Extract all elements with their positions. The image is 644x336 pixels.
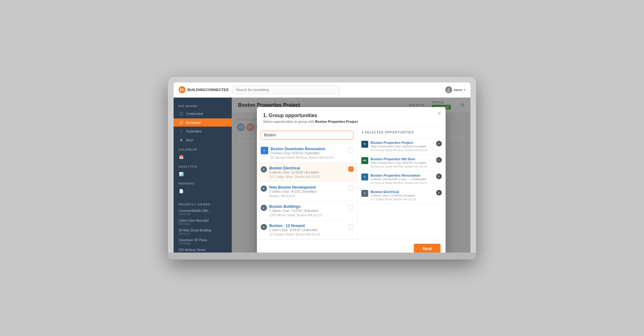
sidebar-item-undecided-label: Undecided	[186, 112, 203, 116]
undecided-icon: ☐	[179, 111, 184, 116]
selected-item-2: A Boston Properties Renovation Anaheim C…	[358, 171, 446, 187]
sidebar-item-undecided[interactable]: ☐ Undecided	[174, 110, 232, 118]
selected-remove-3[interactable]: ×	[436, 190, 442, 196]
selected-item-0: TI Boston Properties Project Titan Const…	[358, 138, 446, 155]
opp-checkbox-2[interactable]	[348, 186, 353, 191]
opp-number-1: 3	[261, 166, 267, 173]
calendar-label: CALENDAR	[174, 145, 232, 152]
opp-content-0: Boston Downtown Renovation Clooney | Due…	[271, 147, 346, 159]
opp-content-3: Boston Buildings 2 clients | Due: 7/12/1…	[269, 204, 346, 217]
selected-content-3: Boston Electrical 3 clients | Due: 11/10…	[371, 190, 434, 201]
recent-item-3[interactable]: Downtown SF Plaza Electrical	[174, 237, 232, 246]
selected-remove-2[interactable]: ×	[436, 174, 442, 179]
opp-item-2[interactable]: 5 New Boston Development 2 clients | Due…	[257, 182, 357, 201]
reports-label: REPORTS	[174, 179, 232, 186]
opp-checkbox-3[interactable]	[348, 205, 353, 210]
user-area[interactable]: Jason ▾	[445, 86, 465, 93]
top-nav: BC BUILDINGCONNECTED Jason ▾	[174, 83, 470, 98]
next-button[interactable]: Next	[414, 244, 440, 253]
selected-name-1: Boston Properties 9th floor	[371, 157, 434, 161]
modal-footer: Next	[257, 240, 446, 253]
opp-address-2: Boston, MA 02118	[269, 194, 346, 198]
modal: 1. Group opportunities Select opportunit…	[257, 107, 446, 253]
main-layout: BID BOARD ☐ Undecided ☑ Accepted ↑ Submi…	[174, 98, 470, 253]
modal-subtitle: Select opportunities to group with Bosto…	[263, 120, 439, 123]
opp-name-1: Boston Electrical	[269, 166, 346, 170]
analytics-icon: 📊	[179, 172, 184, 176]
recent-item-4[interactable]: 626 Ashbury Street Electrical	[174, 247, 232, 253]
selected-name-3: Boston Electrical	[371, 190, 434, 194]
modal-body: C Boston Downtown Renovation Clooney | D…	[257, 127, 446, 240]
accepted-icon: ☑	[179, 120, 184, 125]
opp-address-3: 1250 Missin Street, Boston MA 02115	[269, 214, 346, 217]
sidebar-item-accepted[interactable]: ☑ Accepted	[174, 118, 232, 127]
sidebar-item-won[interactable]: ★ Won	[174, 136, 232, 144]
analytics-label: ANALYTICS	[174, 162, 232, 169]
opp-content-4: Boston - 12 Howard 1 client | Due: 3/20/…	[269, 224, 346, 236]
user-avatar-icon	[445, 86, 452, 93]
sidebar-item-analytics[interactable]: 📊	[174, 170, 232, 178]
won-icon: ★	[179, 138, 184, 142]
left-panel: C Boston Downtown Renovation Clooney | D…	[257, 127, 358, 240]
sidebar-item-submitted[interactable]: ↑ Submitted	[174, 127, 232, 135]
opp-meta-4: 1 client | Due: 3/20/18 | Undecided	[269, 228, 346, 232]
recent-item-0[interactable]: CommonWealth 29th... Electrical	[174, 208, 232, 217]
bid-board-label: BID BOARD	[174, 101, 232, 109]
selected-list: TI Boston Properties Project Titan Const…	[358, 138, 446, 240]
selected-logo-3: 3	[361, 190, 368, 197]
svg-point-0	[448, 88, 449, 90]
recent-item-2[interactable]: 28 Main Street Building Electrical	[174, 227, 232, 236]
modal-close-button[interactable]: ×	[438, 110, 441, 117]
opp-number-3: 2	[261, 205, 267, 211]
recent-item-1[interactable]: Cabot Cave Remodel Electrical	[174, 218, 232, 227]
submitted-icon: ↑	[179, 129, 184, 134]
sidebar: BID BOARD ☐ Undecided ☑ Accepted ↑ Submi…	[174, 98, 232, 253]
opp-item-4[interactable]: 1 Boston - 12 Howard 1 client | Due: 3/2…	[257, 220, 357, 240]
selected-item-1: CM Boston Properties 9th floor Titan Con…	[358, 155, 446, 171]
opp-item-1[interactable]: 3 Boston Electrical 3 clients | Due: 11/…	[257, 163, 357, 182]
selected-logo-0: TI	[361, 141, 368, 148]
opp-meta-3: 2 clients | Due: 7/12/18 | Submitted	[269, 209, 346, 213]
modal-header: 1. Group opportunities Select opportunit…	[257, 107, 446, 127]
selected-logo-2: A	[361, 174, 368, 180]
recently-viewed-label: RECENTLY VIEWED:	[174, 200, 232, 207]
svg-point-1	[447, 90, 450, 92]
selected-meta-0: Titan Construction | Due: 9/20/19 | Acce…	[371, 145, 434, 148]
nav-right: Jason ▾	[445, 86, 465, 93]
selected-logo-1: CM	[361, 157, 368, 164]
selected-remove-1[interactable]: ×	[436, 157, 442, 163]
calendar-icon: 📅	[179, 155, 184, 159]
modal-subtitle-project: Boston Properties Project	[315, 120, 358, 123]
opp-item-0[interactable]: C Boston Downtown Renovation Clooney | D…	[257, 144, 357, 163]
opp-item-3[interactable]: 2 Boston Buildings 2 clients | Due: 7/12…	[257, 201, 357, 220]
opp-number-4: 1	[261, 224, 267, 230]
sidebar-item-reports[interactable]: 📄	[174, 187, 232, 195]
selected-meta-3: 3 clients | Due: 11/10/18 | Accepted	[371, 194, 434, 197]
opp-checkbox-0[interactable]	[348, 147, 353, 152]
opp-address-4: 12 Howard Street, Boston MA 02115	[269, 233, 346, 236]
selected-remove-0[interactable]: ×	[436, 141, 442, 146]
sidebar-item-won-label: Won	[186, 138, 193, 142]
search-input[interactable]	[233, 85, 340, 94]
logo-area: BC BUILDINGCONNECTED	[179, 86, 229, 93]
selected-content-0: Boston Properties Project Titan Construc…	[371, 141, 434, 152]
user-name: Jason	[453, 88, 463, 92]
opp-name-0: Boston Downtown Renovation	[271, 147, 346, 151]
opp-address-0: 85 Second Street 9th floor, Boston MA 02…	[271, 156, 346, 159]
selected-content-2: Boston Properties Renovation Anaheim Con…	[371, 174, 434, 185]
selected-address-0: 85 Second Street 9th floor, Boston MA 02…	[371, 149, 434, 152]
search-area	[257, 127, 357, 144]
sidebar-item-calendar[interactable]: 📅	[174, 153, 232, 161]
logo-text: BUILDINGCONNECTED	[187, 88, 229, 92]
opp-checkbox-4[interactable]	[348, 224, 353, 229]
opp-number-2: 5	[261, 185, 267, 192]
opportunity-search-input[interactable]	[261, 131, 353, 140]
chevron-down-icon: ▾	[464, 88, 465, 91]
opp-meta-1: 3 clients | Due: 11/10/18 | Accepted	[269, 171, 346, 174]
sidebar-item-submitted-label: Submitted	[186, 129, 202, 133]
right-panel: 6 SELECTED OPPORTUNITIES TI Boston Prope…	[358, 127, 446, 240]
opp-checkbox-1[interactable]: ✓	[348, 167, 353, 172]
opp-meta-2: 2 clients | Due: 9/1/18 | Submitted	[269, 190, 346, 193]
selected-address-3: 111 Cedar Street, Boston MA 02115	[371, 198, 434, 201]
opp-address-1: 111 Cedar Street, Boston MA 02115	[269, 175, 346, 179]
